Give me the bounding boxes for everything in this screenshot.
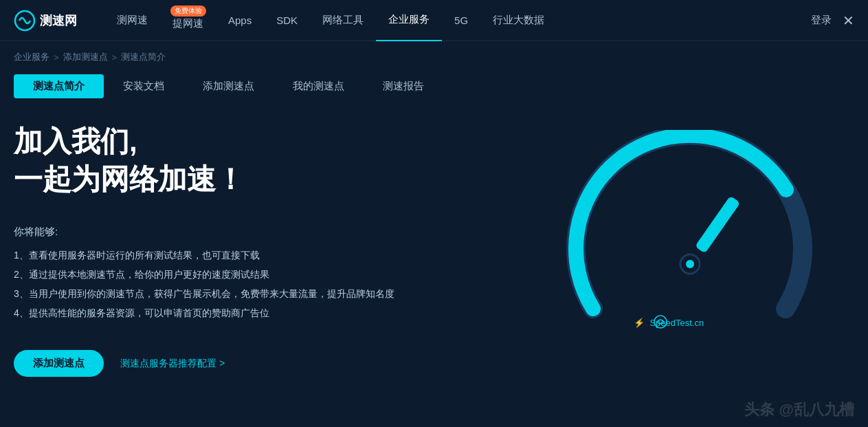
nav-badge: 免费体验 xyxy=(170,6,206,17)
nav-label: 网络工具 xyxy=(322,14,364,27)
sub-tab-添加测速点[interactable]: 添加测速点 xyxy=(183,74,274,98)
nav-item-行业大数据[interactable]: 行业大数据 xyxy=(480,0,557,41)
sub-tab-安装文档[interactable]: 安装文档 xyxy=(104,74,183,98)
logo-text: 测速网 xyxy=(40,12,77,29)
breadcrumb: 企业服务 > 添加测速点 > 测速点简介 xyxy=(0,41,868,69)
nav-item-Apps[interactable]: Apps xyxy=(216,0,264,41)
breadcrumb-item[interactable]: 企业服务 xyxy=(14,51,49,63)
action-row: 添加测速点 测速点服务器推荐配置 > xyxy=(14,350,481,377)
nav-item-SDK[interactable]: SDK xyxy=(264,0,310,41)
logo-icon xyxy=(14,10,36,32)
svg-rect-1 xyxy=(695,196,740,254)
speedometer-area: ⚡ SpeedTest.cn xyxy=(524,102,854,377)
nav-label: Apps xyxy=(228,14,252,26)
sub-tab-我的测速点[interactable]: 我的测速点 xyxy=(274,74,364,98)
nav-label: 测网速 xyxy=(117,14,148,27)
speedometer: ⚡ SpeedTest.cn xyxy=(559,130,820,350)
feature-item: 2、通过提供本地测速节点，给你的用户更好的速度测试结果 xyxy=(14,265,481,284)
main-nav: 测网速免费体验提网速AppsSDK网络工具企业服务5G行业大数据 xyxy=(104,0,811,41)
main-content: 加入我们, 一起为网络加速！ 你将能够: 1、查看使用服务器时运行的所有测试结果… xyxy=(0,109,868,405)
sub-tab-测速点简介[interactable]: 测速点简介 xyxy=(14,74,104,98)
features-title: 你将能够: xyxy=(14,226,481,239)
nav-item-测网速[interactable]: 测网速 xyxy=(104,0,160,41)
close-button[interactable]: ✕ xyxy=(843,12,854,29)
breadcrumb-separator: > xyxy=(112,52,118,63)
nav-item-企业服务[interactable]: 企业服务 xyxy=(376,0,442,41)
breadcrumb-item[interactable]: 添加测速点 xyxy=(63,51,108,63)
svg-text:⚡
          SpeedTest.cn: ⚡ SpeedTest.cn xyxy=(634,317,704,329)
headline-line2: 一起为网络加速！ xyxy=(14,161,481,199)
nav-label: 企业服务 xyxy=(388,13,430,26)
nav-label: 行业大数据 xyxy=(493,14,544,27)
headline-line1: 加入我们, xyxy=(14,123,481,161)
breadcrumb-separator: > xyxy=(54,52,59,63)
header: 测速网 测网速免费体验提网速AppsSDK网络工具企业服务5G行业大数据 登录 … xyxy=(0,0,868,41)
add-speedtest-button[interactable]: 添加测速点 xyxy=(14,350,104,377)
nav-label: 提网速 xyxy=(173,17,203,30)
nav-item-5G[interactable]: 5G xyxy=(442,0,480,41)
header-right: 登录 ✕ xyxy=(811,12,854,29)
breadcrumb-item[interactable]: 测速点简介 xyxy=(121,51,166,63)
feature-item: 3、当用户使用到你的测速节点，获得广告展示机会，免费带来大量流量，提升品牌知名度 xyxy=(14,284,481,303)
server-config-link[interactable]: 测速点服务器推荐配置 > xyxy=(120,358,225,370)
nav-label: SDK xyxy=(276,14,298,26)
headline: 加入我们, 一起为网络加速！ xyxy=(14,123,481,198)
nav-item-提网速[interactable]: 免费体验提网速 xyxy=(160,0,216,41)
sub-tab-测速报告[interactable]: 测速报告 xyxy=(364,74,443,98)
features-list: 1、查看使用服务器时运行的所有测试结果，也可直接下载2、通过提供本地测速节点，给… xyxy=(14,245,481,322)
nav-label: 5G xyxy=(454,14,468,26)
feature-item: 1、查看使用服务器时运行的所有测试结果，也可直接下载 xyxy=(14,245,481,265)
speedometer-svg: ⚡ SpeedTest.cn xyxy=(559,130,820,350)
svg-point-3 xyxy=(686,260,694,268)
logo[interactable]: 测速网 xyxy=(14,10,77,32)
feature-item: 4、提供高性能的服务器资源，可以申请首页的赞助商广告位 xyxy=(14,303,481,322)
login-button[interactable]: 登录 xyxy=(811,14,832,27)
content-left: 加入我们, 一起为网络加速！ 你将能够: 1、查看使用服务器时运行的所有测试结果… xyxy=(14,123,481,405)
nav-item-网络工具[interactable]: 网络工具 xyxy=(310,0,376,41)
